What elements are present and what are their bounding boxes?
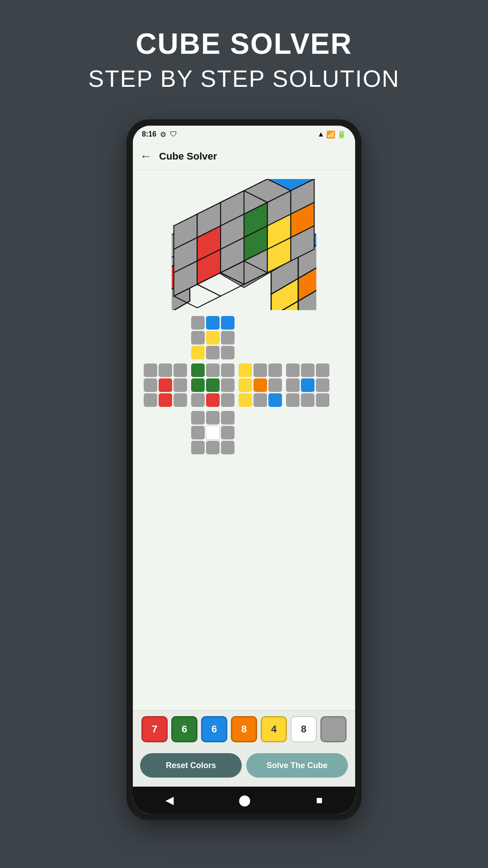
svg-rect-82 xyxy=(253,363,267,377)
svg-rect-76 xyxy=(206,378,220,392)
svg-rect-73 xyxy=(206,363,220,377)
svg-rect-70 xyxy=(159,393,172,407)
color-tile-red[interactable]: 7 xyxy=(141,716,168,742)
svg-rect-55 xyxy=(206,316,220,330)
battery-icon: 🔋 xyxy=(337,130,346,139)
svg-rect-58 xyxy=(206,331,220,344)
svg-rect-60 xyxy=(191,346,205,359)
settings-icon: ⚙ xyxy=(160,130,166,139)
phone-frame: 8:16 ⚙ 🛡 ▲ 📶 🔋 ← Cube Solver xyxy=(127,119,361,820)
svg-rect-86 xyxy=(268,378,282,392)
svg-rect-97 xyxy=(301,393,314,407)
cube-net xyxy=(142,315,346,497)
navigation-bar: ◀ ⬤ ■ xyxy=(133,787,355,814)
cube-net-area xyxy=(142,310,346,710)
app-title-sub: STEP BY STEP SOLUTION xyxy=(88,65,399,92)
svg-rect-104 xyxy=(221,426,235,439)
svg-rect-78 xyxy=(191,393,205,407)
svg-rect-59 xyxy=(221,331,235,344)
solve-cube-button[interactable]: Solve The Cube xyxy=(246,753,348,778)
svg-rect-93 xyxy=(286,378,300,392)
svg-rect-99 xyxy=(191,411,205,425)
app-bar-title: Cube Solver xyxy=(159,151,217,162)
svg-rect-80 xyxy=(221,393,235,407)
color-tile-blue[interactable]: 6 xyxy=(201,716,227,742)
color-picker-row: 7 6 6 8 4 8 xyxy=(133,710,355,748)
svg-rect-66 xyxy=(144,378,157,392)
app-bar: ← Cube Solver xyxy=(133,143,355,170)
svg-rect-79 xyxy=(206,393,220,407)
status-time: 8:16 xyxy=(142,130,156,138)
phone-screen: 8:16 ⚙ 🛡 ▲ 📶 🔋 ← Cube Solver xyxy=(133,126,355,814)
svg-rect-81 xyxy=(239,363,252,377)
svg-rect-71 xyxy=(174,393,187,407)
back-button[interactable]: ← xyxy=(140,149,152,163)
svg-rect-87 xyxy=(239,393,252,407)
svg-rect-98 xyxy=(316,393,329,407)
svg-rect-69 xyxy=(144,393,157,407)
svg-rect-68 xyxy=(174,378,187,392)
status-bar: 8:16 ⚙ 🛡 ▲ 📶 🔋 xyxy=(133,126,355,143)
svg-rect-57 xyxy=(191,331,205,344)
svg-rect-64 xyxy=(159,363,172,377)
svg-rect-91 xyxy=(301,363,314,377)
svg-rect-101 xyxy=(221,411,235,425)
wifi-icon: ▲ xyxy=(317,130,324,138)
svg-rect-92 xyxy=(316,363,329,377)
svg-rect-84 xyxy=(239,378,252,392)
nav-recent-button[interactable]: ■ xyxy=(316,794,323,807)
reset-colors-button[interactable]: Reset Colors xyxy=(140,753,242,778)
color-tile-white[interactable]: 8 xyxy=(291,716,317,742)
svg-rect-85 xyxy=(253,378,267,392)
nav-back-button[interactable]: ◀ xyxy=(165,794,174,807)
color-tile-orange[interactable]: 8 xyxy=(231,716,257,742)
bottom-buttons: Reset Colors Solve The Cube xyxy=(133,748,355,787)
cube-3d-display xyxy=(172,179,316,310)
color-tile-yellow[interactable]: 4 xyxy=(261,716,287,742)
svg-rect-105 xyxy=(191,441,205,454)
svg-rect-106 xyxy=(206,441,220,454)
svg-rect-90 xyxy=(286,363,300,377)
svg-rect-89 xyxy=(268,393,282,407)
svg-rect-95 xyxy=(316,378,329,392)
app-title-section: CUBE SOLVER STEP BY STEP SOLUTION xyxy=(88,27,399,92)
main-content xyxy=(133,170,355,710)
svg-rect-61 xyxy=(206,346,220,359)
svg-rect-88 xyxy=(253,393,267,407)
status-icons-right: ▲ 📶 🔋 xyxy=(317,130,346,139)
shield-icon: 🛡 xyxy=(170,130,177,138)
svg-rect-62 xyxy=(221,346,235,359)
svg-rect-72 xyxy=(191,363,205,377)
svg-rect-67 xyxy=(159,378,172,392)
svg-rect-100 xyxy=(206,411,220,425)
color-tile-green[interactable]: 6 xyxy=(171,716,197,742)
svg-rect-75 xyxy=(191,378,205,392)
svg-rect-107 xyxy=(221,441,235,454)
app-title-main: CUBE SOLVER xyxy=(88,27,399,61)
svg-rect-54 xyxy=(191,316,205,330)
svg-rect-65 xyxy=(174,363,187,377)
svg-rect-83 xyxy=(268,363,282,377)
svg-rect-96 xyxy=(286,393,300,407)
svg-rect-102 xyxy=(191,426,205,439)
svg-rect-103 xyxy=(206,426,220,439)
nav-home-button[interactable]: ⬤ xyxy=(239,794,251,807)
svg-rect-63 xyxy=(144,363,157,377)
color-tile-gray[interactable] xyxy=(320,716,347,742)
signal-icon: 📶 xyxy=(326,130,335,139)
svg-rect-74 xyxy=(221,363,235,377)
svg-rect-94 xyxy=(301,378,314,392)
status-left: 8:16 ⚙ 🛡 xyxy=(142,130,177,139)
svg-rect-56 xyxy=(221,316,235,330)
svg-rect-77 xyxy=(221,378,235,392)
